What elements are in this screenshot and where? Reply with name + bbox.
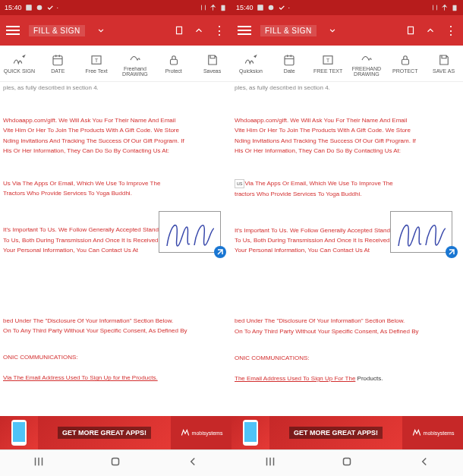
status-bar: 15:40 · bbox=[0, 0, 232, 15]
toolbar: Quicksion Date T FREE TEXT FREEHAND DRAW… bbox=[232, 46, 463, 82]
tool-protect[interactable]: PROTECT bbox=[386, 46, 424, 81]
tool-freetext[interactable]: T Free Text bbox=[77, 46, 116, 81]
toolbar: QUICK SIGN DATE T Free Text Freehand DRA… bbox=[0, 46, 232, 82]
overflow-menu[interactable]: ⋮ bbox=[213, 24, 225, 38]
bookmark-icon[interactable] bbox=[405, 25, 416, 36]
tool-protect[interactable]: Protect bbox=[154, 46, 193, 81]
home-button[interactable] bbox=[109, 455, 122, 471]
tool-label: Free Text bbox=[86, 68, 108, 74]
tool-label: Quicksion bbox=[239, 68, 263, 74]
doc-text: tractors Who Provide Services To Yoga Bu… bbox=[235, 190, 460, 198]
document-content[interactable]: ples, as fully described in section 4. W… bbox=[0, 82, 232, 401]
menu-button[interactable] bbox=[6, 24, 21, 37]
app-bar: FILL & SIGN ⋮ bbox=[0, 15, 232, 46]
svg-rect-3 bbox=[177, 27, 182, 33]
doc-text: On To Any Third Party Without Your Speci… bbox=[235, 327, 460, 336]
doc-text: bed Under The "Disclosure Of Your Inform… bbox=[235, 317, 460, 325]
resize-handle[interactable] bbox=[446, 246, 458, 258]
svg-rect-13 bbox=[453, 5, 457, 11]
check-icon bbox=[278, 4, 285, 11]
tool-label: QUICK SIGN bbox=[4, 68, 35, 74]
svg-point-1 bbox=[36, 5, 42, 11]
tool-quicksign[interactable]: Quicksion bbox=[232, 46, 270, 81]
tool-label: Protect bbox=[165, 68, 182, 74]
doc-text: Us Via The Apps Or Email, Which We Use T… bbox=[3, 179, 228, 188]
doc-text: Nding Invitations And Tracking The Succe… bbox=[3, 137, 228, 145]
dropdown-icon[interactable] bbox=[327, 25, 338, 36]
svg-rect-0 bbox=[26, 5, 32, 11]
ad-banner[interactable]: GET MORE GREAT APPS! mobisystems bbox=[0, 416, 232, 449]
nav-bar bbox=[232, 449, 463, 476]
resize-handle[interactable] bbox=[214, 246, 226, 258]
document-content[interactable]: ples, as fully described in section 4. W… bbox=[232, 82, 463, 401]
tool-quicksign[interactable]: QUICK SIGN bbox=[0, 46, 39, 81]
back-button[interactable] bbox=[186, 455, 200, 471]
doc-text: ples, as fully described in section 4. bbox=[3, 84, 228, 92]
signature-box[interactable] bbox=[159, 211, 221, 253]
svg-rect-18 bbox=[402, 59, 408, 65]
doc-text: ples, as fully described in section 4. bbox=[235, 84, 460, 92]
svg-rect-10 bbox=[112, 459, 119, 465]
doc-text: Nding Invitations And Tracking The Succe… bbox=[235, 137, 460, 145]
status-dot: · bbox=[57, 4, 59, 11]
tool-label: PROTECT bbox=[392, 68, 417, 74]
ad-text: GET MORE GREAT APPS! bbox=[269, 416, 402, 449]
dropdown-icon[interactable] bbox=[96, 25, 106, 36]
nav-bar bbox=[0, 449, 232, 476]
image-icon bbox=[25, 4, 33, 11]
ad-banner[interactable]: GET MORE GREAT APPS! mobisystems bbox=[232, 416, 463, 449]
tool-saveas[interactable]: Saveas bbox=[193, 46, 232, 81]
back-button[interactable] bbox=[417, 455, 431, 471]
tool-label: Date bbox=[284, 68, 295, 74]
doc-text: Via The Email Address Used To Sign Up fo… bbox=[3, 374, 228, 382]
vibrate-icon bbox=[431, 4, 439, 11]
tool-freetext[interactable]: T FREE TEXT bbox=[309, 46, 348, 81]
svg-rect-14 bbox=[408, 27, 414, 33]
svg-rect-11 bbox=[257, 5, 263, 11]
doc-text: The Email Address Used To Sign Up For Th… bbox=[235, 374, 460, 383]
tool-label: FREE TEXT bbox=[313, 68, 342, 74]
menu-button[interactable] bbox=[238, 24, 253, 37]
status-time: 15:40 bbox=[236, 4, 254, 11]
doc-text: On To Any Third Party Without Your Speci… bbox=[3, 326, 228, 335]
battery-icon bbox=[451, 4, 458, 11]
save-icon bbox=[436, 53, 452, 67]
tool-date[interactable]: DATE bbox=[39, 46, 77, 81]
overflow-menu[interactable]: ⋮ bbox=[445, 24, 457, 38]
chevron-up-icon[interactable] bbox=[194, 25, 204, 36]
airplane-icon bbox=[441, 4, 449, 11]
svg-rect-7 bbox=[170, 59, 177, 65]
mode-title[interactable]: FILL & SIGN bbox=[260, 25, 317, 36]
doc-text: Whdoaapp.com/gift. We Will Ask You For T… bbox=[3, 116, 228, 125]
doc-text: Vite Him Or Her To Join The Products Wit… bbox=[235, 126, 460, 134]
ad-text: GET MORE GREAT APPS! bbox=[38, 416, 171, 449]
mode-title[interactable]: FILL & SIGN bbox=[29, 25, 85, 36]
calendar-icon bbox=[50, 53, 65, 67]
tool-label: Saveas bbox=[203, 68, 221, 74]
airplane-icon bbox=[209, 4, 217, 11]
recents-button[interactable] bbox=[263, 455, 277, 471]
svg-rect-2 bbox=[222, 5, 225, 11]
vibrate-icon bbox=[200, 4, 207, 11]
doc-text: usVia The Apps Or Email, Which We Use To… bbox=[235, 179, 460, 188]
check-icon bbox=[46, 4, 54, 11]
doc-text: His Or Her Information, They Can Do So B… bbox=[3, 147, 228, 155]
tool-freehand[interactable]: FREEHAND DRAWING bbox=[347, 46, 386, 81]
home-button[interactable] bbox=[340, 455, 354, 471]
tool-saveas[interactable]: SAVE AS bbox=[424, 46, 463, 81]
text-icon: T bbox=[320, 53, 335, 67]
tool-label: SAVE AS bbox=[433, 68, 455, 74]
recents-button[interactable] bbox=[32, 455, 46, 471]
signature-icon bbox=[243, 53, 258, 67]
tool-freehand[interactable]: Freehand DRAWING bbox=[115, 46, 154, 81]
signature-drawing bbox=[391, 212, 453, 254]
bookmark-icon[interactable] bbox=[174, 25, 184, 36]
lock-icon bbox=[166, 53, 181, 67]
signature-box[interactable] bbox=[390, 211, 452, 253]
ad-phone-image bbox=[232, 416, 269, 449]
lock-icon bbox=[398, 53, 413, 67]
tool-date[interactable]: Date bbox=[270, 46, 309, 81]
status-dot: · bbox=[288, 4, 291, 11]
svg-rect-15 bbox=[285, 56, 294, 65]
chevron-up-icon[interactable] bbox=[425, 25, 436, 36]
